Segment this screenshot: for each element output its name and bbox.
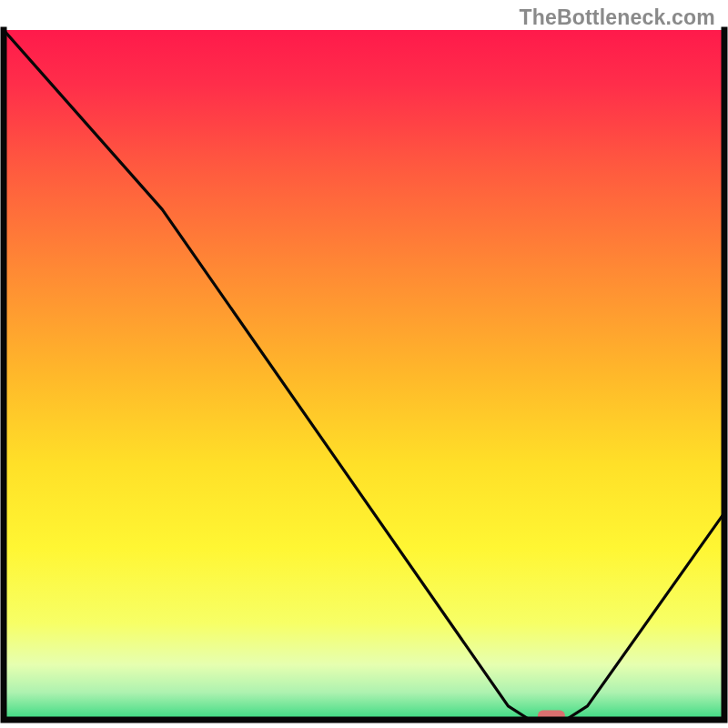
- chart-stage: TheBottleneck.com: [0, 0, 728, 728]
- watermark-text: TheBottleneck.com: [519, 5, 715, 30]
- gradient-background: [4, 30, 724, 720]
- bottleneck-chart: [0, 0, 728, 728]
